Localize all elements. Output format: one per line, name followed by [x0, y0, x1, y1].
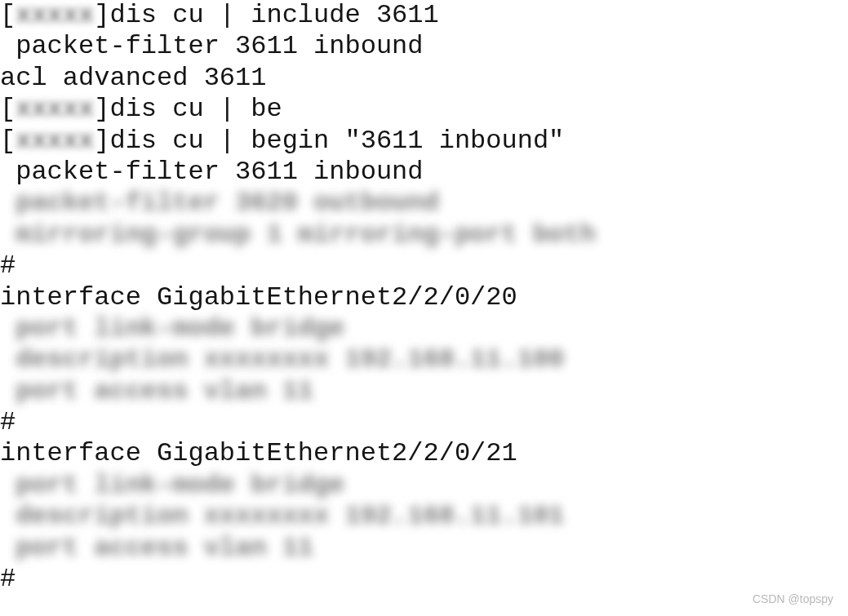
cli-line-redacted: port access vlan 11 — [0, 376, 848, 407]
cli-line: acl advanced 3611 — [0, 63, 848, 94]
cli-line: [xxxxx]dis cu | begin "3611 inbound" — [0, 126, 848, 157]
cli-line: # — [0, 250, 848, 281]
hostname-mask: xxxxx — [16, 126, 94, 157]
cli-text: dis cu | be — [109, 94, 282, 124]
cli-line: packet-filter 3611 inbound — [0, 157, 848, 188]
cli-line-redacted: mirroring-group 1 mirroring-port both — [0, 219, 848, 250]
cli-line-redacted: packet-filter 3620 outbound — [0, 188, 848, 219]
terminal-output: [xxxxx]dis cu | include 3611 packet-filt… — [0, 0, 848, 595]
cli-text: dis cu | include 3611 — [109, 0, 438, 30]
cli-line: packet-filter 3611 inbound — [0, 31, 848, 62]
cli-line: [xxxxx]dis cu | be — [0, 94, 848, 125]
hostname-mask: xxxxx — [16, 0, 94, 31]
cli-line: interface GigabitEthernet2/2/0/21 — [0, 438, 848, 469]
cli-text: dis cu | begin "3611 inbound" — [109, 126, 564, 156]
cli-line-redacted: description xxxxxxxx 192.168.11.100 — [0, 344, 848, 375]
watermark: CSDN @topspy — [753, 592, 833, 606]
cli-line: [xxxxx]dis cu | include 3611 — [0, 0, 848, 31]
cli-line: # — [0, 564, 848, 595]
cli-line: # — [0, 407, 848, 438]
cli-line-redacted: description xxxxxxxx 192.168.11.101 — [0, 501, 848, 532]
hostname-mask: xxxxx — [16, 94, 94, 125]
cli-line-redacted: port link-mode bridge — [0, 470, 848, 501]
cli-line-redacted: port link-mode bridge — [0, 313, 848, 344]
cli-line-redacted: port access vlan 11 — [0, 533, 848, 564]
cli-line: interface GigabitEthernet2/2/0/20 — [0, 282, 848, 313]
